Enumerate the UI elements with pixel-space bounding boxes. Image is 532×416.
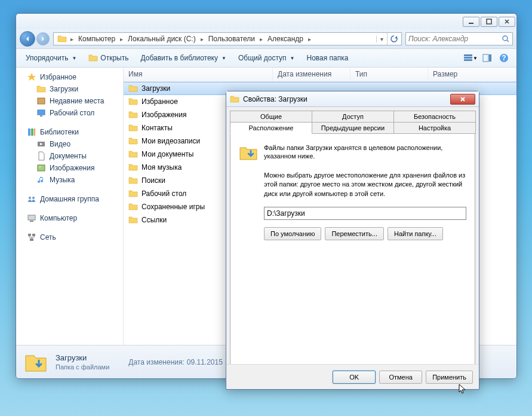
desktop-icon bbox=[36, 108, 46, 118]
dialog-title-bar[interactable]: Свойства: Загрузки bbox=[226, 91, 479, 107]
location-description: Можно выбрать другое местоположение для … bbox=[239, 171, 466, 198]
sidebar-item-downloads[interactable]: Загрузки bbox=[16, 83, 123, 95]
minimize-button[interactable] bbox=[463, 17, 479, 27]
apply-button[interactable]: Применить bbox=[426, 371, 473, 384]
open-button[interactable]: Открыть bbox=[84, 51, 133, 65]
find-target-button[interactable]: Найти папку... bbox=[388, 227, 443, 240]
breadcrumb-segment[interactable]: Пользователи bbox=[205, 35, 259, 43]
document-icon bbox=[36, 151, 46, 161]
column-headers: Имя Дата изменения Тип Размер bbox=[124, 68, 516, 82]
folder-downloads-icon bbox=[239, 143, 258, 163]
svg-rect-24 bbox=[32, 234, 35, 236]
svg-rect-10 bbox=[38, 98, 45, 104]
sidebar-computer[interactable]: Компьютер bbox=[16, 212, 123, 224]
svg-rect-0 bbox=[469, 23, 473, 24]
column-type[interactable]: Тип bbox=[350, 68, 428, 81]
title-bar bbox=[16, 14, 516, 29]
organize-menu[interactable]: Упорядочить▼ bbox=[21, 51, 81, 65]
sidebar-homegroup[interactable]: Домашняя группа bbox=[16, 193, 123, 205]
sidebar-item-documents[interactable]: Документы bbox=[16, 150, 123, 162]
tab-security[interactable]: Безопасность bbox=[393, 111, 476, 123]
svg-rect-13 bbox=[28, 129, 30, 136]
breadcrumb-segment[interactable]: Александр bbox=[264, 35, 307, 43]
status-subtitle: Папка с файлами bbox=[56, 363, 109, 371]
dialog-title: Свойства: Загрузки bbox=[243, 95, 450, 103]
ok-button[interactable]: OK bbox=[333, 371, 376, 384]
tab-strip: Общие Доступ Безопасность Расположение П… bbox=[230, 111, 475, 133]
toolbar: Упорядочить▼ Открыть Добавить в библиоте… bbox=[16, 48, 516, 68]
preview-pane-button[interactable] bbox=[479, 51, 495, 65]
svg-point-19 bbox=[29, 197, 31, 199]
breadcrumb[interactable]: ▸ Компьютер▸ Локальный диск (С:)▸ Пользо… bbox=[53, 32, 402, 45]
tab-customize[interactable]: Настройка bbox=[393, 122, 476, 134]
dialog-footer: OK Отмена Применить bbox=[226, 364, 479, 389]
folder-icon bbox=[57, 34, 67, 44]
folder-icon bbox=[128, 215, 138, 225]
column-date[interactable]: Дата изменения bbox=[273, 68, 350, 81]
column-size[interactable]: Размер bbox=[428, 68, 516, 81]
svg-rect-1 bbox=[487, 19, 491, 24]
breadcrumb-segment[interactable]: Компьютер bbox=[75, 35, 119, 43]
sidebar-libraries[interactable]: Библиотеки bbox=[16, 126, 123, 138]
nav-sidebar: Избранное Загрузки Недавние места Рабочи… bbox=[16, 68, 124, 345]
move-button[interactable]: Переместить... bbox=[325, 227, 384, 240]
back-button[interactable] bbox=[20, 31, 35, 47]
location-path-input[interactable] bbox=[264, 207, 466, 220]
sidebar-item-pictures[interactable]: Изображения bbox=[16, 162, 123, 174]
folder-icon bbox=[128, 163, 138, 172]
forward-button[interactable] bbox=[36, 32, 50, 45]
search-input[interactable] bbox=[408, 35, 502, 43]
dialog-close-button[interactable] bbox=[450, 94, 475, 105]
view-mode-button[interactable]: ▼ bbox=[463, 51, 478, 65]
sidebar-item-desktop[interactable]: Рабочий стол bbox=[16, 107, 123, 119]
status-meta: Дата изменения: 09.11.2015 bbox=[128, 358, 223, 366]
help-button[interactable]: ? bbox=[496, 51, 512, 65]
network-icon bbox=[27, 233, 36, 242]
computer-icon bbox=[27, 213, 36, 223]
tab-content-location: Файлы папки Загрузки хранятся в целевом … bbox=[230, 133, 475, 372]
tab-versions[interactable]: Предыдущие версии bbox=[312, 122, 394, 134]
svg-text:?: ? bbox=[502, 54, 506, 62]
svg-rect-14 bbox=[31, 129, 33, 136]
cancel-button[interactable]: Отмена bbox=[379, 371, 422, 384]
tab-general[interactable]: Общие bbox=[230, 111, 312, 123]
svg-rect-4 bbox=[464, 57, 472, 59]
folder-icon bbox=[128, 202, 138, 212]
sidebar-item-recent[interactable]: Недавние места bbox=[16, 95, 123, 107]
svg-rect-25 bbox=[30, 238, 33, 241]
tab-location[interactable]: Расположение bbox=[230, 122, 312, 134]
sidebar-favorites[interactable]: Избранное bbox=[16, 71, 123, 83]
search-box[interactable] bbox=[405, 32, 513, 45]
svg-point-18 bbox=[39, 166, 41, 168]
maximize-button[interactable] bbox=[481, 17, 497, 27]
homegroup-icon bbox=[27, 194, 36, 204]
properties-dialog: Свойства: Загрузки Общие Доступ Безопасн… bbox=[226, 91, 479, 390]
new-folder-button[interactable]: Новая папка bbox=[302, 51, 353, 65]
refresh-icon[interactable] bbox=[387, 33, 400, 45]
restore-default-button[interactable]: По умолчанию bbox=[264, 227, 321, 240]
svg-point-20 bbox=[32, 197, 35, 199]
column-name[interactable]: Имя bbox=[124, 68, 273, 81]
video-icon bbox=[36, 139, 46, 149]
folder-downloads-icon bbox=[23, 350, 48, 375]
add-library-menu[interactable]: Добавить в библиотеку▼ bbox=[136, 51, 230, 65]
folder-icon bbox=[128, 176, 138, 185]
folder-open-icon bbox=[88, 53, 98, 63]
tab-sharing[interactable]: Доступ bbox=[312, 111, 394, 123]
sidebar-item-music[interactable]: Музыка bbox=[16, 174, 123, 186]
status-title: Загрузки bbox=[56, 353, 109, 362]
svg-rect-17 bbox=[38, 165, 45, 171]
folder-icon bbox=[128, 97, 138, 106]
svg-rect-3 bbox=[464, 54, 472, 56]
cursor-icon bbox=[459, 384, 467, 394]
svg-rect-23 bbox=[28, 234, 31, 236]
svg-rect-12 bbox=[40, 115, 42, 117]
close-button[interactable] bbox=[499, 17, 515, 27]
picture-icon bbox=[36, 163, 46, 173]
share-menu[interactable]: Общий доступ▼ bbox=[233, 51, 300, 65]
sidebar-item-video[interactable]: Видео bbox=[16, 138, 123, 150]
breadcrumb-segment[interactable]: Локальный диск (С:) bbox=[124, 35, 199, 43]
nav-bar: ▸ Компьютер▸ Локальный диск (С:)▸ Пользо… bbox=[16, 29, 516, 48]
svg-rect-7 bbox=[489, 54, 491, 62]
sidebar-network[interactable]: Сеть bbox=[16, 231, 123, 243]
